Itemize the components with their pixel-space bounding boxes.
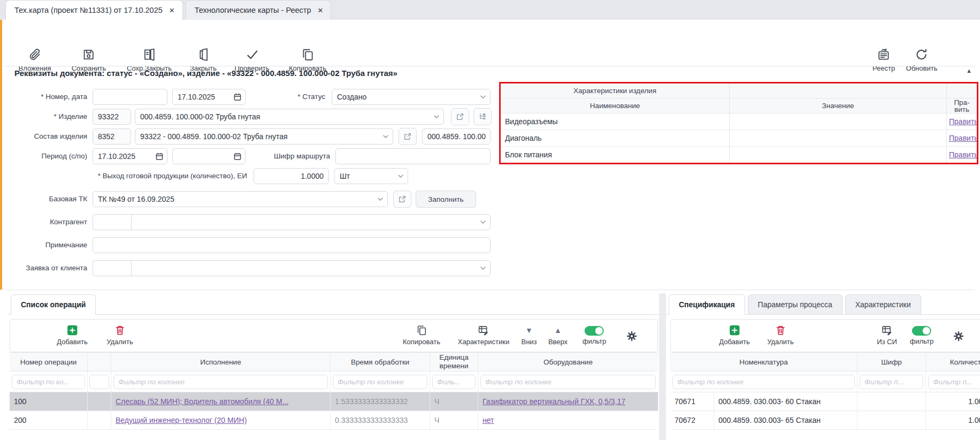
table-row[interactable]: 70671 000.4859. 030.003- 60 Стакан 1.000 [670, 392, 980, 411]
product-select[interactable]: 000.4859. 100.000-02 Труба гнутая [135, 109, 444, 125]
characteristics-panel-title: Характеристики изделия [501, 84, 730, 98]
equipment-link[interactable]: Газификатор вертикальный ГХК, 0,5/3,17 [483, 397, 625, 406]
filter-input[interactable] [928, 375, 980, 389]
edit-link[interactable]: Править [949, 150, 977, 159]
filter-input[interactable] [113, 375, 328, 389]
spec-filter-toggle[interactable]: фильтр [910, 324, 933, 345]
floppy-icon [82, 48, 96, 62]
column-header-processing-time[interactable]: Время обработки [331, 353, 430, 371]
registry-list-icon [877, 48, 891, 62]
contractor-select[interactable] [93, 214, 491, 230]
output-label: * Выход готовой продукции (количество), … [0, 172, 247, 180]
open-base-tk-button[interactable] [393, 191, 411, 208]
filter-input[interactable] [480, 375, 656, 389]
fill-button[interactable]: Заполнить [416, 191, 476, 208]
product-tree-button[interactable] [473, 108, 492, 125]
copy-icon [301, 48, 315, 62]
output-quantity-input[interactable]: 1.0000 [254, 168, 329, 184]
tab-operations-list[interactable]: Список операций [11, 294, 96, 315]
equipment-link[interactable]: нет [483, 416, 494, 424]
period-from-input[interactable]: 17.10.2025 [93, 148, 167, 164]
column-header-quantity[interactable]: Количество [926, 353, 980, 371]
close-icon[interactable]: ✕ [318, 6, 324, 14]
filter-input[interactable] [89, 375, 109, 389]
column-header-equipment[interactable]: Оборудование [478, 353, 658, 371]
operations-table: Номер операции Исполнение Время обработк… [10, 352, 658, 440]
client-request-select[interactable] [93, 260, 491, 276]
period-label: Период (с/по) [0, 152, 87, 160]
composition-extra-input[interactable]: 000.4859. 100.00 [422, 128, 491, 145]
copy-operation-button[interactable]: Копировать [403, 324, 440, 346]
date-input[interactable]: 17.10.2025 [172, 89, 246, 105]
edit-link[interactable]: Править [949, 134, 977, 142]
toggle-on-icon[interactable] [585, 326, 604, 336]
characteristic-value[interactable] [730, 113, 947, 130]
table-row[interactable]: 100 Слесарь (52 МИН); Водитель автомобил… [10, 392, 658, 411]
move-up-button[interactable]: ▲ Вверх [548, 324, 568, 346]
characteristic-value[interactable] [730, 130, 947, 146]
delete-spec-button[interactable]: Удалить [767, 324, 794, 346]
table-row[interactable]: Видеоразъемы Править [501, 113, 977, 130]
number-input[interactable] [93, 89, 167, 105]
column-header-time-unit[interactable]: Единица времени [434, 353, 473, 370]
composition-select[interactable]: 93322 - 000.4859. 100.000-02 Труба гнута… [135, 128, 393, 145]
specification-table: Номенклатура Шифр Количество 70671 000.4… [670, 352, 980, 440]
move-down-button[interactable]: ▼ Вниз [521, 324, 537, 346]
route-code-input[interactable] [335, 148, 491, 164]
characteristic-value[interactable] [730, 147, 947, 163]
registry-button[interactable]: Реестр [872, 48, 895, 72]
table-row[interactable]: 70672 000.4859. 030.003- 65 Стакан 1.000 [670, 411, 980, 430]
window-tab-bar: Тех.карта (проект №11331) от 17.10.2025 … [0, 0, 980, 20]
collapse-section-icon[interactable]: ▲ [966, 67, 972, 74]
filter-input[interactable] [432, 375, 476, 389]
period-to-input[interactable] [172, 148, 246, 164]
tab-registry[interactable]: Технологические карты - Реестр ✕ [186, 0, 332, 20]
column-header-cipher[interactable]: Шифр [858, 353, 926, 371]
tab-specification[interactable]: Спецификация [669, 294, 745, 315]
note-input[interactable] [93, 237, 491, 253]
close-icon[interactable]: ✕ [169, 6, 175, 14]
tree-hierarchy-icon [478, 112, 487, 122]
client-request-code-cell[interactable] [93, 261, 132, 276]
refresh-button[interactable]: Обновить [906, 48, 938, 72]
filter-input[interactable] [672, 375, 855, 389]
filter-input[interactable] [860, 375, 923, 389]
composition-code-input[interactable]: 8352 [93, 128, 131, 145]
tab-characteristics[interactable]: Характеристики [845, 294, 921, 315]
add-spec-button[interactable]: Добавить [719, 324, 749, 346]
product-code-input[interactable]: 93322 [93, 109, 131, 125]
table-row[interactable]: 200 Ведущий инженер-технолог (20 МИН) 0.… [10, 411, 658, 430]
operation-characteristics-button[interactable]: Характеристики [458, 324, 509, 346]
delete-operation-button[interactable]: Удалить [106, 324, 133, 346]
tab-techcard[interactable]: Тех.карта (проект №11331) от 17.10.2025 … [5, 0, 183, 20]
filter-input[interactable] [12, 375, 85, 389]
filter-input[interactable] [333, 375, 427, 389]
calendar-icon[interactable] [152, 151, 167, 161]
base-tk-select[interactable]: ТК №49 от 16.09.2025 [93, 191, 388, 207]
filter-toggle[interactable]: фильтр [583, 324, 606, 345]
edit-link[interactable]: Править [949, 117, 977, 126]
column-header-execution[interactable]: Исполнение [111, 353, 331, 371]
table-row[interactable]: Диагональ Править [501, 130, 977, 147]
tab-process-parameters[interactable]: Параметры процесса [748, 294, 843, 315]
open-product-button[interactable] [451, 108, 469, 125]
output-unit-select[interactable]: Шт [334, 168, 408, 184]
column-header-nomenclature[interactable]: Номенклатура [670, 353, 858, 371]
from-si-button[interactable]: Из СИ [877, 324, 897, 346]
operations-settings-button[interactable] [626, 330, 638, 342]
table-row[interactable]: Блок питания Править [501, 147, 977, 163]
spec-settings-button[interactable] [953, 330, 964, 342]
execution-link[interactable]: Ведущий инженер-технолог (20 МИН) [116, 416, 247, 424]
add-operation-button[interactable]: Добавить [57, 324, 87, 346]
toggle-on-icon[interactable] [912, 326, 931, 336]
status-select[interactable]: Создано [332, 89, 491, 105]
panel-splitter[interactable] [659, 293, 666, 440]
operation-number: 100 [10, 392, 88, 411]
specification-tab-strip: Спецификация Параметры процесса Характер… [666, 293, 980, 315]
execution-link[interactable]: Слесарь (52 МИН); Водитель автомобиля (4… [116, 397, 288, 406]
chevron-down-icon [394, 172, 408, 180]
contractor-code-cell[interactable] [93, 215, 132, 230]
trash-icon [114, 324, 126, 336]
open-composition-button[interactable] [399, 128, 417, 145]
column-header-operation-number[interactable]: Номер операции [10, 353, 88, 371]
